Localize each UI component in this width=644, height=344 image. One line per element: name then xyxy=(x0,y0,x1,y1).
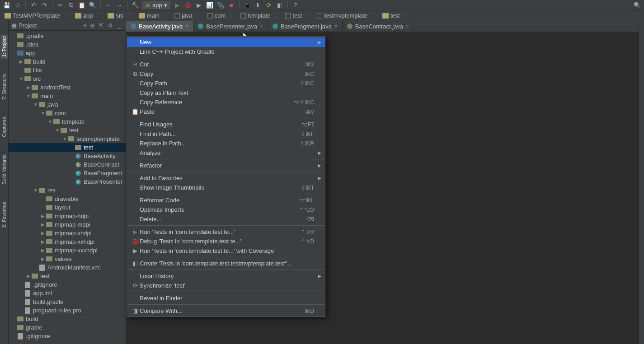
menu-item[interactable]: 🐞Debug 'Tests in 'com.template.test.te..… xyxy=(127,237,325,246)
expand-arrow-icon[interactable]: ▼ xyxy=(62,136,67,141)
close-icon[interactable]: × xyxy=(334,23,338,29)
run-config-combo[interactable]: ▣ app ▾ xyxy=(142,1,170,9)
editor-tab[interactable]: BasePresenter.java× xyxy=(193,21,268,32)
avd-icon[interactable]: 📱 xyxy=(243,1,251,9)
expand-arrow-icon[interactable]: ▼ xyxy=(19,76,24,81)
project-tree[interactable]: .gradle.ideaapp▶buildlibs▼src▶androidTes… xyxy=(9,31,126,344)
tree-row[interactable]: .gitignore xyxy=(9,280,126,289)
tree-row[interactable]: ▶build xyxy=(9,57,126,66)
breadcrumb-item[interactable]: main xyxy=(136,12,172,20)
editor-tab[interactable]: BaseFragment.java× xyxy=(268,21,343,32)
tree-row[interactable]: ▶test xyxy=(9,272,126,280)
menu-item[interactable]: ⟳Synchronize 'test' xyxy=(127,281,325,290)
tree-row[interactable]: CBaseContract xyxy=(9,160,126,169)
editor-tab[interactable]: BaseActivity.java× xyxy=(126,21,193,32)
tree-row[interactable]: test xyxy=(9,143,126,152)
tree-row[interactable]: ▼res xyxy=(9,186,126,195)
tool-window-tab[interactable]: 2: Favorites xyxy=(0,200,8,229)
menu-item[interactable]: Show Image Thumbnails⇧⌘T xyxy=(127,183,325,192)
expand-arrow-icon[interactable]: ▶ xyxy=(26,274,31,279)
tree-row[interactable]: ▼src xyxy=(9,74,126,83)
expand-arrow-icon[interactable]: ▶ xyxy=(40,214,46,218)
collapse-icon[interactable]: ⇱ xyxy=(98,22,105,29)
expand-arrow-icon[interactable]: ▶ xyxy=(40,231,46,236)
tree-row[interactable]: .gradle xyxy=(9,32,126,40)
tree-row[interactable]: app.iml xyxy=(9,289,126,298)
tree-row[interactable]: CBaseActivity xyxy=(9,152,126,160)
tree-row[interactable]: ▶mipmap-mdpi xyxy=(9,220,126,229)
menu-item[interactable]: Refactor▶ xyxy=(127,161,325,170)
find-icon[interactable]: 🔍 xyxy=(89,1,97,9)
tree-row[interactable]: layout xyxy=(9,203,126,212)
menu-item[interactable]: Link C++ Project with Gradle xyxy=(127,47,325,56)
tree-row[interactable]: build.gradle xyxy=(9,298,126,306)
tree-row[interactable]: ▼testmvptemplate xyxy=(9,135,126,143)
tree-row[interactable]: drawable xyxy=(9,195,126,203)
breadcrumb-item[interactable]: TestMVPTemplate xyxy=(2,12,72,20)
breadcrumb-item[interactable]: template xyxy=(238,12,282,20)
redo-icon[interactable]: ↷ xyxy=(40,1,48,9)
tool-window-tab[interactable]: Captures xyxy=(0,115,8,139)
menu-item[interactable]: Find in Path...⇧⌘F xyxy=(127,129,325,139)
tree-row[interactable]: CBaseFragment xyxy=(9,169,126,177)
menu-item[interactable]: ✂Cut⌘X xyxy=(127,60,325,69)
menu-item[interactable]: ◨Compare With...⌘D xyxy=(127,306,325,316)
build-icon[interactable]: 🔨 xyxy=(131,1,139,9)
menu-item[interactable]: ◧Create 'Tests in 'com.template.test.tes… xyxy=(127,259,325,268)
expand-arrow-icon[interactable]: ▼ xyxy=(55,128,60,133)
debug-icon[interactable]: 🐞 xyxy=(184,1,192,9)
tool-window-tab[interactable]: 1: Project xyxy=(0,34,8,59)
attach-icon[interactable]: 📎 xyxy=(216,1,225,9)
editor-tab[interactable]: BaseContract.java× xyxy=(343,21,414,32)
breadcrumb-item[interactable]: src xyxy=(105,12,136,20)
run-icon[interactable]: ▶ xyxy=(173,1,181,9)
breadcrumb-item[interactable]: testmvptemplate xyxy=(314,12,379,20)
expand-arrow-icon[interactable]: ▶ xyxy=(26,85,31,90)
search-everywhere-icon[interactable]: 🔍 xyxy=(633,1,641,9)
menu-item[interactable]: Copy as Plain Text xyxy=(127,88,325,98)
close-icon[interactable]: × xyxy=(406,23,409,29)
menu-item[interactable]: Analyze▶ xyxy=(127,148,325,158)
cut-icon[interactable]: ✂ xyxy=(56,1,64,9)
menu-item[interactable]: ▶Run 'Tests in 'com.template.test.te...'… xyxy=(127,227,325,237)
expand-arrow-icon[interactable]: ▶ xyxy=(40,256,46,261)
paste-icon[interactable]: 📋 xyxy=(78,1,86,9)
menu-item[interactable]: ▶Run 'Tests in 'com.template.test.te...'… xyxy=(127,246,325,256)
refresh-icon[interactable]: ⟳ xyxy=(14,1,22,9)
back-icon[interactable]: ← xyxy=(104,1,113,9)
breadcrumb-item[interactable]: test xyxy=(282,12,314,20)
sdk-icon[interactable]: ⬇ xyxy=(254,1,262,9)
tree-row[interactable]: ▶androidTest xyxy=(9,83,126,92)
breadcrumb-item[interactable]: com xyxy=(205,12,238,20)
breadcrumb-item[interactable]: app xyxy=(72,12,105,20)
help-icon[interactable]: ? xyxy=(291,1,300,9)
tree-row[interactable]: AndroidManifest.xml xyxy=(9,263,126,272)
tree-row[interactable]: ▼main xyxy=(9,92,126,100)
tree-row[interactable]: CBasePresenter xyxy=(9,177,126,186)
close-icon[interactable]: × xyxy=(260,23,263,29)
forward-icon[interactable]: → xyxy=(115,1,123,9)
menu-item[interactable]: Add to Favorites▶ xyxy=(127,173,325,183)
tree-row[interactable]: .gitignore xyxy=(9,332,126,340)
menu-item[interactable]: Find Usages⌥F7 xyxy=(127,120,325,129)
breadcrumb-item[interactable]: java xyxy=(172,12,205,20)
tool-window-tab[interactable]: 7: Structure xyxy=(0,72,8,102)
coverage-icon[interactable]: ▶ xyxy=(195,1,203,9)
menu-item[interactable]: Copy Reference⌥⇧⌘C xyxy=(127,98,325,107)
tree-row[interactable]: ▼template xyxy=(9,117,126,126)
menu-item[interactable]: Local History▶ xyxy=(127,271,325,281)
menu-item[interactable]: Replace in Path...⇧⌘R xyxy=(127,139,325,148)
tree-row[interactable]: libs xyxy=(9,66,126,74)
editor-scrollbar[interactable] xyxy=(639,21,644,344)
undo-icon[interactable]: ↶ xyxy=(29,1,38,9)
structure-icon[interactable]: ◧ xyxy=(276,1,284,9)
expand-arrow-icon[interactable]: ▶ xyxy=(40,222,46,227)
target-icon[interactable]: ⊕ xyxy=(89,22,96,29)
tree-row[interactable]: app xyxy=(9,49,126,57)
tree-row[interactable]: ▶values xyxy=(9,255,126,263)
close-icon[interactable]: × xyxy=(185,23,188,29)
copy-icon[interactable]: ⧉ xyxy=(67,1,75,9)
expand-arrow-icon[interactable]: ▼ xyxy=(26,93,31,98)
save-icon[interactable]: 💾 xyxy=(3,1,11,9)
menu-item[interactable]: Reformat Code⌥⌘L xyxy=(127,195,325,205)
